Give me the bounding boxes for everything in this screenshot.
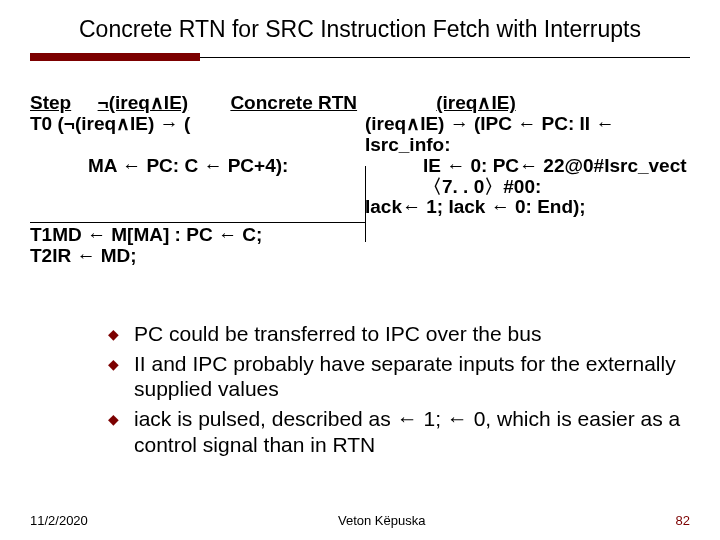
slide-title: Concrete RTN for SRC Instruction Fetch w… [30,10,690,47]
horizontal-divider [30,222,365,223]
t1-text: MD ← M[MA] : PC ← C; [52,225,262,246]
bullet-text: II and IPC probably have separate inputs… [134,351,690,402]
t2-text: IR ← MD; [52,246,136,267]
footer-date: 11/2/2020 [30,513,88,528]
t0-left1: (¬(ireq∧IE) → ( [57,113,190,134]
bullet-text: iack is pulsed, described as ← 1; ← 0, w… [134,406,690,457]
bullet-list: ◆ PC could be transferred to IPC over th… [108,321,690,457]
footer: 11/2/2020 Veton Këpuska 82 [30,513,690,528]
t0-right1: (ireq∧IE) → (IPC ← PC: II ← Isrc_info: [365,114,690,156]
t0-right3: Iack← 1; Iack ← 0: End); [365,197,690,218]
col-step: Step [30,93,71,114]
bullet-text: PC could be transferred to IPC over the … [134,321,690,347]
bullet-icon: ◆ [108,351,134,402]
title-underline [30,53,690,61]
t0-right2: IE ← 0: PC← 22@0#Isrc_vect〈7. . 0〉#00: [423,156,690,198]
t2-label: T2 [30,246,52,267]
footer-page: 82 [676,513,690,528]
bullet-icon: ◆ [108,406,134,457]
footer-author: Veton Këpuska [338,513,425,528]
col-concrete: Concrete RTN [230,93,357,114]
column-divider [365,166,366,242]
t0-label: T0 [30,113,52,134]
col-notireq: ¬(ireq∧IE) [98,93,189,114]
col-ireq: (ireq∧IE) [436,93,515,114]
t0-left2: MA ← PC: C ← PC+4): [88,156,423,198]
bullet-icon: ◆ [108,321,134,347]
rtn-body: Step ¬(ireq∧IE) Concrete RTN (ireq∧IE) T… [30,93,690,267]
t1-label: T1 [30,225,52,246]
